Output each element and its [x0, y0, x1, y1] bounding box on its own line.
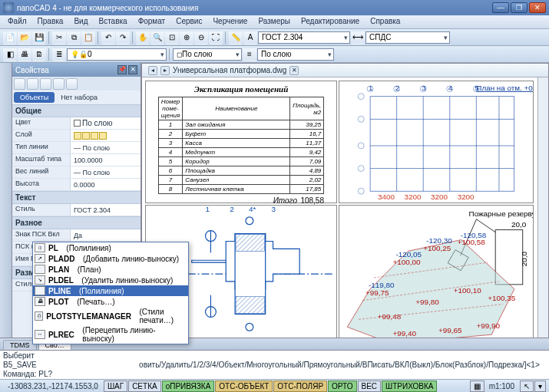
svg-text:20,0: 20,0 [520, 251, 528, 266]
cmd-tab[interactable]: TDMS [3, 340, 37, 350]
command-line[interactable]: Выберит B5_SAVE овить/Удалить/1/2/3/4/Об… [0, 350, 549, 379]
prop-color[interactable]: По слою [70, 117, 141, 129]
new-icon[interactable]: 📄 [3, 31, 17, 44]
textstyle-combo[interactable]: ГОСТ 2.304 [258, 31, 350, 44]
paste-icon[interactable]: 📋 [81, 31, 95, 44]
viewport-siteplan[interactable]: Пожарные резервуары 20,0 20,0 +99,75+100… [339, 205, 534, 348]
autocomplete-item[interactable]: 🖶PLOT (Печать…) [33, 296, 188, 307]
svg-text:2: 2 [395, 84, 399, 92]
svg-point-19 [358, 188, 364, 194]
prop-height[interactable]: 0.0000 [70, 179, 141, 190]
open-icon[interactable]: 📂 [18, 31, 31, 44]
status-polar[interactable]: ОТС-ПОЛЯР [273, 380, 327, 392]
status-grid[interactable]: СЕТКА [128, 380, 161, 392]
zoom-window-icon[interactable]: ⊡ [165, 31, 179, 44]
prop-tool-icon[interactable] [53, 78, 64, 90]
menu-edit[interactable]: Правка [33, 15, 68, 28]
prop-tool-icon[interactable] [14, 78, 25, 90]
autocomplete-item[interactable]: ⎙PLOTSTYLEMANAGER (Стили печати…) [33, 307, 188, 325]
print-icon[interactable]: 🖶 [18, 48, 31, 61]
prop-textstyle[interactable]: ГОСТ 2.304 [70, 204, 141, 216]
section-general[interactable]: Общие [12, 104, 141, 117]
menu-help[interactable]: Справка [365, 15, 405, 28]
menu-view[interactable]: Вид [69, 15, 92, 28]
zoom-in-icon[interactable]: ⊕ [180, 31, 193, 44]
zoom-extents-icon[interactable]: ⛶ [209, 31, 223, 44]
close-button[interactable]: ✕ [529, 2, 546, 13]
toolbar-2: ◧ 🖶 🗎 ≣ 💡🔓 0 ◻ По слою ≡ По слою [0, 46, 549, 63]
properties-pin-icon[interactable]: 📌 [117, 65, 127, 74]
autocomplete-item[interactable]: ↘PLDEL (Удалить линию-выноску) [33, 275, 188, 285]
autocomplete-item[interactable]: ↔PLREC (Перецепить линию-выноску) [33, 325, 188, 344]
viewport-floorplan[interactable]: План на отм. +0,000 12345 34003200 [339, 81, 534, 203]
viewport-explication[interactable]: Экспликация помещений Номер поме-щенияНа… [145, 81, 337, 203]
section-misc[interactable]: Разное [12, 216, 141, 229]
autocomplete-item-selected[interactable]: ⎅PLINE (Полилиния) [33, 285, 188, 296]
prop-layer[interactable] [70, 130, 141, 141]
prop-linetype[interactable]: — По слою [70, 142, 141, 153]
textstyle-icon[interactable]: A [243, 31, 257, 44]
prop-ucs-on[interactable]: Да [70, 229, 141, 241]
svg-text:+100,35: +100,35 [488, 294, 515, 302]
plotpreview-icon[interactable]: 🗎 [32, 48, 46, 61]
linetype-icon[interactable]: ≡ [243, 48, 256, 61]
svg-text:-119,80: -119,80 [369, 281, 395, 289]
menu-modify[interactable]: Редактирование [296, 15, 364, 28]
menu-draw[interactable]: Черчение [208, 15, 252, 28]
status-layout-icon[interactable]: ▦ [470, 380, 485, 392]
menu-dims[interactable]: Размеры [253, 15, 295, 28]
menu-file[interactable]: Файл [3, 15, 31, 28]
section-text[interactable]: Текст [12, 191, 141, 204]
menu-format[interactable]: Формат [134, 15, 170, 28]
color-combo[interactable]: ◻ По слою [173, 48, 242, 61]
svg-text:+100,00: +100,00 [393, 258, 421, 266]
zoom-icon[interactable]: 🔍 [150, 31, 164, 44]
bylayer-combo[interactable]: По слою [257, 48, 334, 61]
layers-icon[interactable]: ≣ [52, 48, 66, 61]
status-menu-icon[interactable]: ▾ [534, 380, 546, 392]
autocomplete-item[interactable]: ⎅PL (Полилиния) [33, 242, 188, 253]
save-icon[interactable]: 💾 [32, 31, 46, 44]
status-scale[interactable]: m1:100 [485, 382, 519, 390]
status-lwt[interactable]: ВЕС [358, 380, 382, 392]
cut-icon[interactable]: ✂ [52, 31, 66, 44]
autocomplete-item[interactable]: ↗PLADD (Добавить линию-выноску) [33, 253, 188, 264]
objects-button[interactable]: Объекты [14, 92, 55, 103]
distance-icon[interactable]: 📏 [229, 31, 243, 44]
status-cursor-icon[interactable]: ↖ [520, 380, 534, 392]
prop-tool-icon[interactable] [66, 78, 78, 90]
layer-combo[interactable]: 💡🔓 0 [67, 48, 167, 61]
status-otrack[interactable]: ОТС-ОБЪЕКТ [215, 380, 273, 392]
dimstyle-icon[interactable]: ⟷ [351, 31, 365, 44]
status-osnap[interactable]: оПРИВЯЗКА [162, 380, 215, 392]
status-ortho[interactable]: ОРТО [328, 380, 356, 392]
properties-tray[interactable] [0, 63, 12, 356]
pan-icon[interactable]: ✋ [136, 31, 150, 44]
prop-ltscale[interactable]: 100.0000 [70, 154, 141, 166]
vertical-scrollbar[interactable] [537, 77, 548, 344]
doc-tab-arrow-right[interactable]: ▸ [160, 66, 170, 75]
zoom-out-icon[interactable]: ⊖ [194, 31, 208, 44]
properties-close-icon[interactable]: ✕ [128, 65, 137, 74]
app-menu-icon[interactable]: ◧ [3, 48, 17, 61]
doc-tab-close-icon[interactable]: ✕ [289, 66, 299, 75]
autocomplete-item[interactable]: PLAN (План) [33, 264, 188, 275]
undo-icon[interactable]: ↶ [101, 31, 115, 44]
dimstyle-combo[interactable]: СПДС [365, 31, 450, 44]
minimize-button[interactable]: — [492, 2, 509, 13]
prop-lweight[interactable]: — По слою [70, 166, 141, 178]
doc-tab[interactable]: Универсальная платформа.dwg [173, 66, 286, 74]
doc-tab-arrow-left[interactable]: ◂ [148, 66, 157, 75]
command-prompt[interactable]: Команда: PL? [3, 370, 546, 379]
status-hatch[interactable]: ШТРИХОВКА [382, 380, 437, 392]
menu-tools[interactable]: Сервис [171, 15, 207, 28]
status-snap[interactable]: ШАГ [104, 380, 127, 392]
prop-tool-icon[interactable] [27, 78, 38, 90]
menu-insert[interactable]: Вставка [94, 15, 131, 28]
maximize-button[interactable]: ❐ [511, 2, 528, 13]
app-logo-icon [3, 2, 14, 13]
drawing-area[interactable]: ◂ ▸ Универсальная платформа.dwg ✕ Экспли… [141, 63, 549, 356]
prop-tool-icon[interactable] [40, 78, 51, 90]
copy-icon[interactable]: ⧉ [67, 31, 81, 44]
redo-icon[interactable]: ↷ [116, 31, 130, 44]
